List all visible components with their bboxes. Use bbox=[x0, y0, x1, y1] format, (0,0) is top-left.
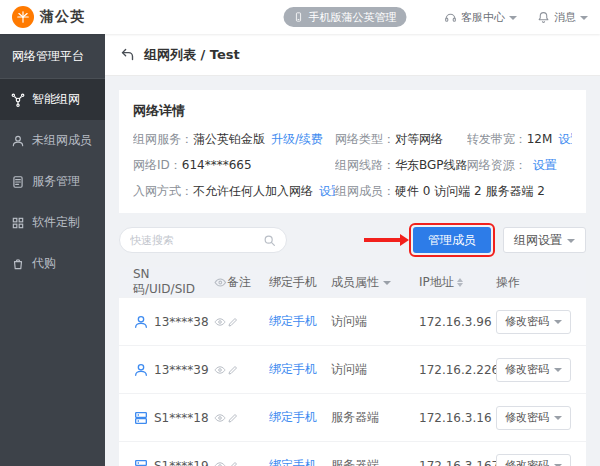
edit-pencil-icon[interactable] bbox=[227, 364, 239, 376]
table-row: 13****38 绑定手机 访问端 172.16.3.96 修改密码 bbox=[119, 297, 586, 345]
purchase-icon bbox=[11, 257, 25, 271]
bind-phone-link[interactable]: 绑定手机 bbox=[269, 457, 317, 466]
member-attr: 服务器端 bbox=[331, 409, 379, 426]
bind-phone-link[interactable]: 绑定手机 bbox=[269, 409, 317, 426]
resources-settings-link[interactable]: 设置 bbox=[533, 158, 557, 172]
app-name: 蒲公英 bbox=[40, 8, 85, 26]
member-attr: 访问端 bbox=[331, 313, 367, 330]
field-network-resources: 网络资源：设置 bbox=[467, 157, 572, 174]
field-join-method: 入网方式：不允许任何人加入网络设置 bbox=[133, 183, 335, 200]
eye-icon[interactable] bbox=[214, 276, 227, 289]
member-ip: 172.16.2.226 bbox=[419, 363, 499, 377]
phone-icon bbox=[294, 11, 304, 23]
server-icon bbox=[133, 410, 149, 426]
table-row: 13****39 绑定手机 访问端 172.16.2.226 修改密码 bbox=[119, 345, 586, 393]
filter-caret-icon[interactable] bbox=[383, 281, 391, 285]
member-ip: 172.16.3.96 bbox=[419, 315, 492, 329]
custom-icon bbox=[11, 216, 25, 230]
network-details-card: 网络详情 组网服务：蒲公英铂金版升级/续费 网络类型：对等网络 转发带宽：12M… bbox=[119, 90, 586, 213]
edit-pencil-icon[interactable] bbox=[227, 316, 239, 328]
person-icon bbox=[133, 314, 149, 330]
search-icon[interactable] bbox=[263, 234, 276, 247]
eye-icon[interactable] bbox=[214, 364, 226, 376]
sidebar-title: 网络管理平台 bbox=[0, 34, 105, 79]
change-password-button[interactable]: 修改密码 bbox=[496, 406, 571, 430]
dandelion-logo-icon bbox=[12, 6, 34, 28]
members-table: SN码/UID/SID 备注 绑定手机 成员属性 IP地址 操作 bbox=[119, 267, 586, 466]
edit-pencil-icon[interactable] bbox=[227, 460, 239, 466]
field-network-members: 组网成员：硬件 0 访问端 2 服务器端 2 bbox=[335, 183, 572, 200]
join-settings-link[interactable]: 设置 bbox=[319, 184, 335, 198]
field-forward-bandwidth: 转发带宽：12M设置 bbox=[467, 131, 572, 148]
sidebar-item-smart-networking[interactable]: 智能组网 bbox=[0, 79, 105, 120]
chevron-down-icon bbox=[580, 16, 588, 20]
field-network-type: 网络类型：对等网络 bbox=[335, 131, 467, 148]
breadcrumb-text: 组网列表 / Test bbox=[144, 46, 240, 64]
table-row: S1****19 绑定手机 服务器端 172.16.3.167 修改密码 bbox=[119, 441, 586, 466]
bind-phone-link[interactable]: 绑定手机 bbox=[269, 361, 317, 378]
change-password-button[interactable]: 修改密码 bbox=[496, 310, 571, 334]
edit-pencil-icon[interactable] bbox=[227, 412, 239, 424]
bind-phone-link[interactable]: 绑定手机 bbox=[269, 313, 317, 330]
sort-icon[interactable] bbox=[457, 278, 463, 287]
member-attr: 访问端 bbox=[331, 361, 367, 378]
service-center-menu[interactable]: 客服中心 bbox=[444, 10, 517, 25]
change-password-button[interactable]: 修改密码 bbox=[496, 454, 571, 466]
top-header: 蒲公英 手机版蒲公英管理 客服中心 消息 bbox=[0, 0, 600, 34]
sidebar-item-purchasing[interactable]: 代购 bbox=[0, 243, 105, 284]
search-input[interactable] bbox=[130, 234, 257, 247]
member-sn: 13****38 bbox=[154, 315, 209, 329]
headset-icon bbox=[444, 11, 457, 24]
member-toolbar: 管理成员 组网设置 bbox=[119, 225, 586, 255]
messages-menu[interactable]: 消息 bbox=[537, 10, 588, 25]
network-settings-button[interactable]: 组网设置 bbox=[503, 227, 586, 253]
member-sn: 13****39 bbox=[154, 363, 209, 377]
table-row: S1****18 绑定手机 服务器端 172.16.3.16 修改密码 bbox=[119, 393, 586, 441]
field-network-line: 组网线路：华东BGP线路设置 bbox=[335, 157, 467, 174]
server-icon bbox=[133, 458, 149, 466]
sidebar: 网络管理平台 智能组网 未组网成员 服务管理 软件定制 代购 bbox=[0, 34, 105, 466]
chevron-down-icon bbox=[567, 239, 575, 243]
chevron-down-icon bbox=[554, 368, 562, 372]
annotation-box: 管理成员 bbox=[409, 223, 495, 257]
chevron-down-icon bbox=[509, 16, 517, 20]
manage-members-button[interactable]: 管理成员 bbox=[413, 227, 491, 253]
eye-icon[interactable] bbox=[214, 316, 226, 328]
sidebar-item-service-management[interactable]: 服务管理 bbox=[0, 161, 105, 202]
details-title: 网络详情 bbox=[133, 102, 572, 120]
app-logo: 蒲公英 bbox=[12, 6, 85, 28]
member-attr: 服务器端 bbox=[331, 457, 379, 466]
member-sn: S1****19 bbox=[154, 459, 209, 466]
table-header-row: SN码/UID/SID 备注 绑定手机 成员属性 IP地址 操作 bbox=[119, 267, 586, 297]
messages-label: 消息 bbox=[554, 10, 576, 25]
service-center-label: 客服中心 bbox=[461, 10, 505, 25]
annotation-arrow bbox=[364, 238, 400, 242]
sidebar-item-unnetworked-members[interactable]: 未组网成员 bbox=[0, 120, 105, 161]
member-sn: S1****18 bbox=[154, 411, 209, 425]
eye-icon[interactable] bbox=[214, 412, 226, 424]
network-icon bbox=[11, 93, 25, 107]
search-box bbox=[119, 227, 287, 253]
member-icon bbox=[11, 134, 25, 148]
service-icon bbox=[11, 175, 25, 189]
main-area: 组网列表 / Test 网络详情 组网服务：蒲公英铂金版升级/续费 网络类型：对… bbox=[105, 34, 600, 466]
upgrade-renew-link[interactable]: 升级/续费 bbox=[271, 132, 323, 146]
member-ip: 172.16.3.16 bbox=[419, 411, 492, 425]
person-icon bbox=[133, 362, 149, 378]
mobile-manage-button[interactable]: 手机版蒲公英管理 bbox=[284, 7, 407, 27]
field-network-service: 组网服务：蒲公英铂金版升级/续费 bbox=[133, 131, 335, 148]
chevron-down-icon bbox=[554, 416, 562, 420]
field-network-id: 网络ID：614****665 bbox=[133, 157, 335, 174]
change-password-button[interactable]: 修改密码 bbox=[496, 358, 571, 382]
member-ip: 172.16.3.167 bbox=[419, 459, 499, 466]
breadcrumb: 组网列表 / Test bbox=[105, 34, 600, 76]
bandwidth-settings-link[interactable]: 设置 bbox=[558, 132, 572, 146]
sidebar-item-software-customization[interactable]: 软件定制 bbox=[0, 202, 105, 243]
chevron-down-icon bbox=[554, 320, 562, 324]
eye-icon[interactable] bbox=[214, 460, 226, 466]
back-icon[interactable] bbox=[120, 47, 135, 62]
bell-icon bbox=[537, 11, 550, 24]
